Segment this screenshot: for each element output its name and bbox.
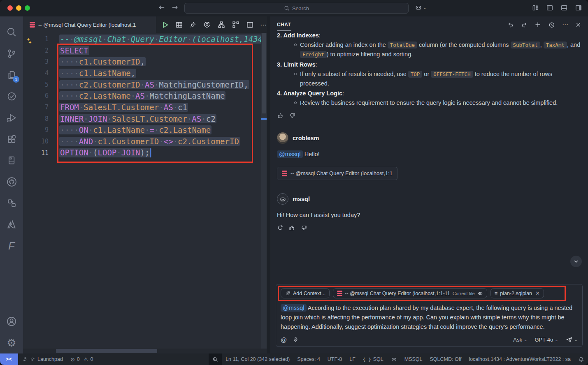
split-editor-icon[interactable] xyxy=(246,21,254,29)
thumbs-up-icon[interactable] xyxy=(288,224,295,231)
code-line[interactable]: 6····c2.LastName·AS·MatchingLastName xyxy=(23,90,267,102)
panel-splitter[interactable] xyxy=(267,16,270,353)
back-arrow-icon[interactable] xyxy=(158,4,165,11)
activity-connections[interactable] xyxy=(0,192,23,214)
warning-triangle-icon: ⚠ xyxy=(84,357,88,362)
notifications-item[interactable] xyxy=(574,353,588,365)
code-line[interactable]: 9····ON·c1.LastName·=·c2.LastName xyxy=(23,125,267,136)
activity-github[interactable] xyxy=(0,171,23,192)
forward-arrow-icon[interactable] xyxy=(171,4,179,11)
regenerate-icon[interactable] xyxy=(277,224,284,231)
language-item[interactable]: { } SQL xyxy=(359,353,387,365)
toggle-panel-icon[interactable] xyxy=(560,4,568,12)
code-line[interactable]: 10····AND·c1.CustomerID·<>·c2.CustomerID xyxy=(23,136,267,147)
activity-search[interactable] xyxy=(0,21,23,43)
chevron-down-icon: ⌄ xyxy=(423,5,426,10)
code-line[interactable]: 5····c2.CustomerID·AS·MatchingCustomerID… xyxy=(23,79,267,90)
undo-icon[interactable] xyxy=(507,21,514,28)
disconnect-plug-icon[interactable] xyxy=(189,21,197,28)
thumbs-down-icon[interactable] xyxy=(300,224,307,231)
send-button[interactable]: ⌄ xyxy=(566,336,578,343)
toggle-primary-sidebar-icon[interactable] xyxy=(546,4,553,12)
message-attachment-chip[interactable]: -- @mssql Chat Query Editor (localhost,1… xyxy=(277,167,397,180)
chat-close-icon[interactable] xyxy=(575,22,581,28)
scroll-to-bottom-button[interactable] xyxy=(570,256,582,267)
model-dropdown[interactable]: GPT-4o⌄ xyxy=(535,337,558,343)
editor-vertical-scrollbar[interactable] xyxy=(261,33,267,349)
minimize-window-button[interactable] xyxy=(16,5,21,11)
connection-item[interactable]: localhost,1434 : AdventureWorksLT2022 : … xyxy=(465,353,574,365)
copilot-menu[interactable]: ⌄ xyxy=(415,4,426,11)
remove-chip-icon[interactable]: ✕ xyxy=(535,290,540,296)
editor-tab[interactable]: -- @mssql Chat Query Editor (localhost,1 xyxy=(23,16,156,33)
code-line[interactable]: 4····c1.LastName, xyxy=(23,67,267,79)
activity-azure[interactable] xyxy=(0,214,23,235)
maximize-window-button[interactable] xyxy=(25,5,30,11)
activity-run-debug[interactable] xyxy=(0,107,23,128)
sqlcmd-item[interactable]: SQLCMD: Off xyxy=(426,353,465,365)
remote-indicator[interactable]: >< xyxy=(0,353,18,365)
code-line[interactable]: 3····c1.CustomerID, xyxy=(23,56,267,67)
mssql-item[interactable]: MSSQL xyxy=(401,353,426,365)
thumbs-up-icon[interactable] xyxy=(277,112,284,119)
editor-horizontal-scrollbar[interactable] xyxy=(23,349,267,353)
launchpad-item[interactable]: Launchpad xyxy=(18,353,67,365)
problems-item[interactable]: ⊘ 0 ⚠ 0 xyxy=(67,353,97,365)
line-number: 2 xyxy=(34,47,49,54)
database-pink-icon xyxy=(282,171,287,176)
zoom-indicator[interactable] xyxy=(209,353,222,365)
close-window-button[interactable] xyxy=(7,5,13,11)
eol-item[interactable]: LF xyxy=(346,353,359,365)
line-number: 1 xyxy=(34,35,49,43)
chat-more-icon[interactable]: ⋯ xyxy=(562,21,568,28)
more-actions-icon[interactable]: ⋯ xyxy=(260,21,267,29)
chat-input[interactable]: Add Context... -- @mssql Chat Query Edit… xyxy=(276,284,583,347)
line-number: 7 xyxy=(34,104,49,111)
user-message-header: croblesm xyxy=(277,132,581,144)
copilot-sparkle-icon[interactable]: ✦ xyxy=(23,35,34,43)
redo-icon[interactable] xyxy=(521,21,528,28)
activity-account[interactable] xyxy=(0,311,23,332)
eye-icon[interactable] xyxy=(477,291,483,296)
run-query-button[interactable] xyxy=(161,21,169,29)
code-line[interactable]: ✦1--·@mssql·Chat·Query·Editor·(localhost… xyxy=(23,33,267,45)
customize-layout-icon[interactable] xyxy=(532,4,539,12)
microphone-icon[interactable] xyxy=(293,337,299,343)
activity-extensions[interactable] xyxy=(0,128,23,150)
chat-input-text[interactable]: @mssql According to the execution plan s… xyxy=(281,303,578,332)
code-line[interactable]: 2SELECT xyxy=(23,45,267,56)
activity-explorer[interactable]: 1 xyxy=(0,64,23,85)
copilot-status-item[interactable] xyxy=(387,353,401,365)
mention-at-icon[interactable]: @ xyxy=(281,336,287,343)
activity-check-circle[interactable] xyxy=(0,85,23,107)
editor[interactable]: ✦1--·@mssql·Chat·Query·Editor·(localhost… xyxy=(23,33,267,349)
cursor-position-item[interactable]: Ln 11, Col 20 (342 selected) xyxy=(222,353,293,365)
activity-settings[interactable]: ⚙ xyxy=(0,332,23,353)
indentation-item[interactable]: Spaces: 4 xyxy=(293,353,324,365)
thumbs-down-icon[interactable] xyxy=(289,112,296,119)
estimated-plan-icon[interactable] xyxy=(217,21,225,29)
activity-bar: 1 F ⚙ xyxy=(0,16,23,353)
toggle-secondary-sidebar-icon[interactable] xyxy=(575,4,582,12)
code-line[interactable]: 11OPTION·(LOOP·JOIN); xyxy=(23,147,267,159)
activity-source-control[interactable] xyxy=(0,43,23,64)
new-chat-icon[interactable] xyxy=(535,21,541,28)
change-connection-icon[interactable] xyxy=(203,21,211,29)
plan-file-chip[interactable]: ≡ plan-2.sqlplan ✕ xyxy=(490,288,544,298)
activity-database-project[interactable] xyxy=(0,150,23,171)
search-icon xyxy=(284,5,290,11)
copilot-robot-icon xyxy=(415,4,422,11)
code-line[interactable]: 7FROM·SalesLT.Customer·AS·c1 xyxy=(23,102,267,113)
code-line[interactable]: 8INNER·JOIN·SalesLT.Customer·AS·c2 xyxy=(23,113,267,125)
results-grid-icon[interactable] xyxy=(175,21,183,29)
activity-flyway[interactable]: F xyxy=(0,235,23,256)
mention-chip[interactable]: @mssql xyxy=(277,150,303,158)
command-center-search[interactable]: Search xyxy=(184,3,409,14)
actual-plan-icon[interactable] xyxy=(232,21,240,29)
current-file-chip[interactable]: -- @mssql Chat Query Editor (localhost,1… xyxy=(333,288,487,298)
mode-dropdown[interactable]: Ask⌄ xyxy=(513,337,527,343)
add-context-chip[interactable]: Add Context... xyxy=(281,288,330,298)
tab-chat[interactable]: CHAT xyxy=(277,22,291,28)
encoding-item[interactable]: UTF-8 xyxy=(324,353,346,365)
history-icon[interactable] xyxy=(548,21,555,28)
